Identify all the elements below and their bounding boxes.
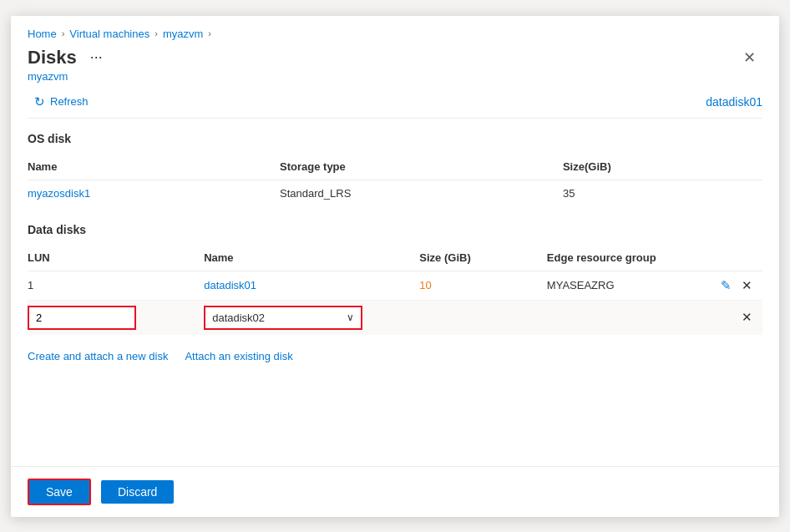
os-col-size: Size(GiB): [563, 155, 762, 180]
save-button[interactable]: Save: [28, 479, 91, 505]
refresh-icon: ↻: [34, 94, 45, 109]
breadcrumb-vms[interactable]: Virtual machines: [69, 28, 149, 40]
datadisk-label: datadisk01: [706, 95, 762, 109]
os-col-storage: Storage type: [280, 155, 563, 180]
os-disk-section-title: OS disk: [28, 132, 762, 145]
new-disk-lun-cell: [28, 300, 204, 335]
data-disks-section: Data disks LUN Name Size (GiB) Edge reso…: [28, 223, 762, 366]
chevron-icon-3: ›: [208, 28, 211, 38]
new-disk-actions-cell: ✕: [704, 300, 762, 335]
chevron-icon-2: ›: [154, 28, 158, 38]
new-disk-size-cell: [419, 300, 547, 335]
data-disk-name-1: datadisk01: [204, 271, 419, 300]
close-button[interactable]: ✕: [737, 47, 762, 68]
page-subtitle: myazvm: [28, 70, 108, 83]
chevron-down-icon: ∨: [347, 312, 354, 323]
disk-name-dropdown[interactable]: datadisk02 ∨: [204, 306, 362, 330]
data-disk-actions-1: ✎ ✕: [704, 271, 762, 300]
data-disks-table: LUN Name Size (GiB) Edge resource group …: [28, 246, 762, 335]
data-col-actions: [704, 246, 762, 271]
breadcrumb-home[interactable]: Home: [28, 28, 57, 40]
page-title: Disks: [28, 47, 77, 68]
data-disks-section-title: Data disks: [28, 223, 762, 236]
footer: Save Discard: [11, 466, 779, 517]
ellipsis-button[interactable]: ···: [85, 47, 108, 68]
new-disk-edge-cell: [547, 300, 704, 335]
data-disk-row-1: 1 datadisk01 10 MYASEAZRG ✎ ✕: [28, 271, 762, 300]
panel: Home › Virtual machines › myazvm › Disks…: [11, 16, 779, 517]
data-disk-lun-1: 1: [28, 271, 204, 300]
delete-icon-1[interactable]: ✕: [738, 276, 756, 295]
title-area: Disks ··· myazvm: [28, 47, 108, 83]
data-col-name: Name: [204, 246, 419, 271]
existing-disk-link[interactable]: Attach an existing disk: [185, 350, 292, 362]
create-attach-link[interactable]: Create and attach a new disk: [28, 350, 168, 362]
os-disk-size: 35: [563, 180, 762, 206]
data-col-lun: LUN: [28, 246, 204, 271]
chevron-icon-1: ›: [62, 28, 65, 38]
data-disk-size-1: 10: [419, 271, 547, 300]
data-disk-row-new: datadisk02 ∨ ✕: [28, 300, 762, 335]
attach-links: Create and attach a new disk Attach an e…: [28, 347, 762, 366]
os-disk-storage-type: Standard_LRS: [280, 180, 563, 206]
data-col-edge: Edge resource group: [547, 246, 704, 271]
refresh-button[interactable]: ↻ Refresh: [28, 91, 95, 113]
lun-input[interactable]: [28, 306, 136, 330]
toolbar: ↻ Refresh datadisk01: [11, 83, 779, 118]
discard-button[interactable]: Discard: [101, 480, 174, 504]
data-disk-edge-1: MYASEAZRG: [547, 271, 704, 300]
dropdown-value: datadisk02: [212, 312, 265, 324]
os-disk-table: Name Storage type Size(GiB) myazosdisk1 …: [28, 155, 762, 206]
breadcrumb-vm[interactable]: myazvm: [163, 28, 203, 40]
breadcrumb: Home › Virtual machines › myazvm ›: [11, 16, 779, 43]
data-col-size: Size (GiB): [419, 246, 547, 271]
refresh-label: Refresh: [50, 95, 89, 108]
os-disk-row: myazosdisk1 Standard_LRS 35: [28, 180, 762, 206]
title-row: Disks ···: [28, 47, 108, 68]
delete-icon-new[interactable]: ✕: [738, 308, 756, 327]
os-col-name: Name: [28, 155, 280, 180]
header-row: Disks ··· myazvm ✕: [11, 43, 779, 83]
content-area: OS disk Name Storage type Size(GiB) myaz…: [11, 119, 779, 466]
os-disk-name: myazosdisk1: [28, 180, 280, 206]
new-disk-name-cell: datadisk02 ∨: [204, 300, 419, 335]
edit-icon-1[interactable]: ✎: [717, 276, 735, 295]
